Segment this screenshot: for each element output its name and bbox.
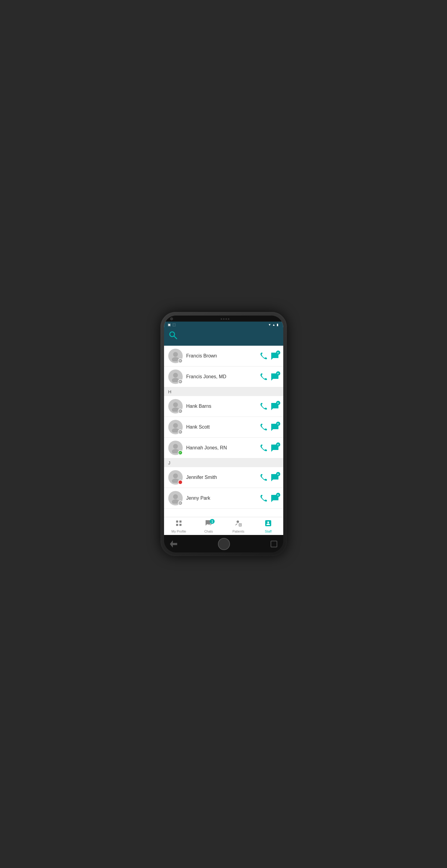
contact-name: Francis Jones, MD <box>186 374 256 379</box>
status-indicator <box>178 480 183 485</box>
avatar <box>168 399 183 413</box>
patients-label: Patients <box>232 530 244 533</box>
phone-screen-container: ▣ ⬚ ▼ ▲ ▮ <box>164 315 283 553</box>
avatar <box>168 441 183 455</box>
nav-item-chats[interactable]: 1Chats <box>194 520 224 533</box>
login-icon: ⬚ <box>172 323 175 327</box>
chat-button-wrapper: + <box>271 402 279 410</box>
contact-name: Jennifer Smith <box>186 475 256 480</box>
call-button[interactable] <box>260 352 268 360</box>
avatar <box>168 491 183 505</box>
contact-name: Hannah Jones, RN <box>186 445 256 451</box>
chat-plus-icon: + <box>276 371 280 375</box>
status-indicator <box>178 501 183 505</box>
contacts-list: Francis Brown + Francis Jones, MD +H Han… <box>164 346 283 517</box>
nav-item-staff[interactable]: Staff <box>253 520 283 533</box>
call-button[interactable] <box>260 444 268 452</box>
search-icon[interactable] <box>169 331 177 341</box>
chat-plus-icon: + <box>276 442 280 447</box>
svg-point-8 <box>173 423 178 428</box>
contact-actions: + <box>260 473 279 482</box>
chat-plus-icon: + <box>276 472 280 476</box>
status-left-icons: ▣ ⬚ <box>168 323 175 327</box>
message-status-icon: ▣ <box>168 323 171 327</box>
status-right: ▼ ▲ ▮ <box>268 323 280 327</box>
contact-actions: + <box>260 444 279 452</box>
phone-speaker <box>221 318 229 320</box>
chat-button-wrapper: + <box>271 473 279 482</box>
bottom-navigation: My Profile1ChatsPatientsStaff <box>164 517 283 535</box>
svg-point-25 <box>267 521 269 523</box>
back-button[interactable] <box>170 540 177 548</box>
svg-rect-19 <box>179 524 181 526</box>
phone-device: ▣ ⬚ ▼ ▲ ▮ <box>161 312 287 556</box>
chat-plus-icon: + <box>276 350 280 355</box>
chats-badge: 1 <box>210 519 215 524</box>
contact-row: Francis Brown + <box>164 346 283 367</box>
chat-button-wrapper: + <box>271 352 279 360</box>
status-indicator <box>178 379 183 384</box>
contact-actions: + <box>260 494 279 502</box>
svg-point-10 <box>173 444 178 449</box>
staff-label: Staff <box>265 530 272 533</box>
status-indicator <box>178 358 183 363</box>
recents-button[interactable] <box>271 541 277 547</box>
my-profile-icon <box>175 520 182 529</box>
phone-top-bar <box>164 315 283 321</box>
wifi-icon: ▼ <box>268 323 271 327</box>
contact-name: Hank Scott <box>186 424 256 430</box>
chats-label: Chats <box>204 530 213 533</box>
contact-name: Jenny Park <box>186 495 256 501</box>
camera-dot <box>170 317 173 320</box>
svg-point-2 <box>173 352 178 357</box>
avatar <box>168 349 183 363</box>
status-indicator <box>178 450 183 455</box>
nav-item-my-profile[interactable]: My Profile <box>164 520 194 533</box>
contact-row: Jenny Park + <box>164 488 283 509</box>
svg-rect-18 <box>176 524 178 526</box>
avatar <box>168 420 183 434</box>
app-screen: ▣ ⬚ ▼ ▲ ▮ <box>164 321 283 535</box>
avatar <box>168 370 183 384</box>
svg-point-12 <box>173 473 178 478</box>
chat-button-wrapper: + <box>271 494 279 502</box>
contact-row: Francis Jones, MD + <box>164 367 283 387</box>
contact-actions: + <box>260 402 279 410</box>
chat-plus-icon: + <box>276 422 280 426</box>
chat-plus-icon: + <box>276 401 280 405</box>
nav-item-patients[interactable]: Patients <box>224 520 253 533</box>
svg-point-20 <box>237 521 239 523</box>
staff-icon <box>265 520 272 529</box>
contact-row: Hank Scott + <box>164 417 283 438</box>
phone-hardware-bottom <box>164 535 283 553</box>
call-button[interactable] <box>260 423 268 431</box>
status-indicator <box>178 409 183 413</box>
contact-row: Hank Barns + <box>164 396 283 417</box>
chat-button-wrapper: + <box>271 423 279 431</box>
home-button[interactable] <box>218 538 230 550</box>
contact-actions: + <box>260 423 279 431</box>
chat-plus-icon: + <box>276 493 280 497</box>
contact-actions: + <box>260 352 279 360</box>
svg-point-6 <box>173 402 178 407</box>
avatar <box>168 470 183 485</box>
call-button[interactable] <box>260 373 268 381</box>
svg-rect-17 <box>179 521 181 523</box>
contact-actions: + <box>260 373 279 381</box>
call-button[interactable] <box>260 402 268 410</box>
status-indicator <box>178 430 183 434</box>
chat-button-wrapper: + <box>271 444 279 452</box>
contact-row: Hannah Jones, RN + <box>164 438 283 458</box>
contact-name: Hank Barns <box>186 404 256 409</box>
patients-icon <box>235 520 242 529</box>
section-header-j: J <box>164 458 283 467</box>
section-header-h: H <box>164 387 283 396</box>
call-button[interactable] <box>260 473 268 481</box>
svg-point-4 <box>173 373 178 378</box>
chat-button-wrapper: + <box>271 373 279 381</box>
svg-line-1 <box>174 336 177 339</box>
svg-rect-16 <box>176 521 178 523</box>
my-profile-label: My Profile <box>172 530 186 533</box>
battery-icon: ▮ <box>277 323 278 327</box>
call-button[interactable] <box>260 494 268 502</box>
